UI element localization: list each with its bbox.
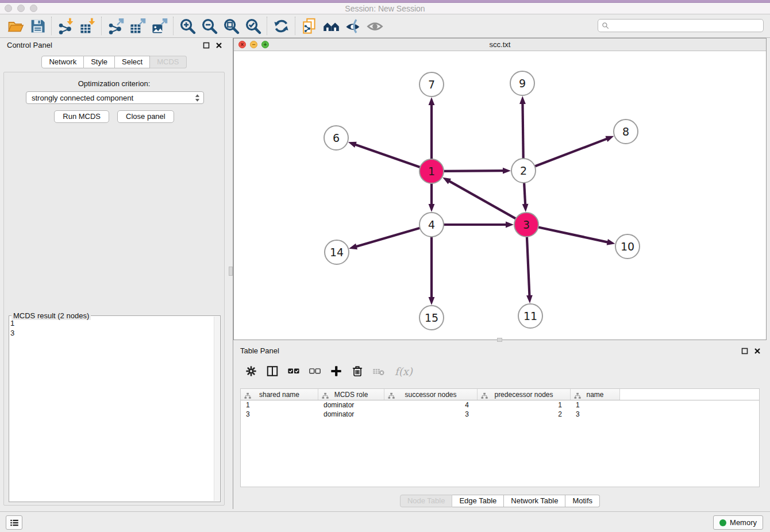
node-label: 4 (428, 218, 435, 231)
cell-name[interactable]: 3 (571, 410, 620, 419)
export-image-icon[interactable] (148, 16, 170, 36)
table-tab-motifs[interactable]: Motifs (565, 495, 600, 507)
edge-3-11[interactable] (527, 236, 530, 296)
table-toolbar: f(x) (240, 358, 413, 384)
zoom-out-icon[interactable] (198, 16, 220, 36)
float-table-panel-icon[interactable] (741, 348, 748, 354)
graph-node-10[interactable]: 10 (615, 234, 640, 259)
delete-column-icon[interactable] (351, 364, 364, 379)
tab-select[interactable]: Select (115, 56, 150, 68)
table-tab-node-table[interactable]: Node Table (400, 495, 453, 507)
column-header-name[interactable]: name (571, 389, 620, 400)
table-row[interactable]: 3dominator323 (241, 410, 759, 419)
float-panel-icon[interactable] (203, 42, 210, 49)
edge-arrow-2-3 (522, 204, 529, 212)
edge-4-14[interactable] (356, 228, 421, 246)
tab-style[interactable]: Style (84, 56, 115, 68)
toolbar-buttons (5, 16, 386, 36)
mcds-result-list[interactable]: 1 3 (10, 318, 213, 500)
graph-node-3[interactable]: 3 (514, 213, 538, 237)
column-header-shared-name[interactable]: shared name (241, 389, 318, 400)
graph-node-1[interactable]: 1 (419, 159, 444, 183)
import-network-icon[interactable] (55, 16, 76, 36)
cell-shared-name[interactable]: 3 (241, 410, 318, 419)
first-neighbors-icon[interactable] (320, 16, 342, 36)
zoom-in-icon[interactable] (176, 16, 198, 36)
export-network-icon[interactable] (105, 16, 126, 36)
search-icon (602, 22, 609, 29)
edge-arrow-2-9 (519, 96, 526, 104)
tab-mcds[interactable]: MCDS (150, 56, 186, 68)
zoom-fit-icon[interactable] (220, 16, 242, 36)
column-header-successor-nodes[interactable]: successor nodes (384, 389, 478, 400)
graph-node-8[interactable]: 8 (614, 119, 638, 144)
edge-1-2[interactable] (442, 171, 504, 171)
network-window-titlebar[interactable]: × – + scc.txt (234, 38, 766, 51)
table-tab-edge-table[interactable]: Edge Table (452, 495, 504, 507)
cell-shared-name[interactable]: 1 (241, 400, 318, 410)
toolbar-separator (295, 17, 295, 35)
column-header-predecessor-nodes[interactable]: predecessor nodes (478, 389, 571, 400)
graph-node-4[interactable]: 4 (419, 213, 444, 237)
search-input[interactable] (611, 21, 760, 30)
cell-mcds-role[interactable]: dominator (318, 410, 384, 419)
graph-node-15[interactable]: 15 (419, 306, 444, 330)
graph-node-7[interactable]: 7 (419, 72, 444, 97)
list-icon (9, 518, 20, 528)
network-canvas[interactable]: 7968124314101511 (234, 51, 766, 340)
search-box[interactable] (598, 19, 764, 32)
graph-node-14[interactable]: 14 (325, 240, 349, 264)
birds-eye-view-icon[interactable] (364, 16, 386, 36)
table-tabbar: Node TableEdge TableNetwork TableMotifs (233, 495, 767, 507)
result-scrollbar[interactable] (214, 317, 220, 501)
delete-table-icon (372, 364, 385, 379)
deselect-all-rows-icon[interactable] (309, 364, 321, 379)
cell-predecessor-nodes[interactable]: 1 (478, 400, 571, 410)
graph-node-2[interactable]: 2 (511, 159, 536, 183)
edge-arrow-1-4 (429, 204, 435, 212)
edge-3-10[interactable] (537, 227, 609, 242)
export-table-icon[interactable] (126, 16, 148, 36)
add-column-icon[interactable] (330, 364, 342, 379)
column-header-mcds-role[interactable]: MCDS role (318, 389, 384, 400)
network-graph[interactable]: 7968124314101511 (234, 51, 766, 340)
split-panel-icon[interactable] (266, 364, 279, 379)
cell-predecessor-nodes[interactable]: 2 (478, 410, 571, 419)
criterion-select[interactable]: strongly connected component (26, 91, 204, 104)
graph-node-9[interactable]: 9 (510, 71, 534, 95)
zoom-selected-icon[interactable] (242, 16, 264, 36)
edge-2-9[interactable] (522, 103, 523, 160)
save-session-icon[interactable] (26, 16, 48, 36)
graphics-details-icon[interactable] (342, 16, 364, 36)
memory-button[interactable]: Memory (713, 515, 763, 530)
edge-3-1[interactable] (449, 181, 517, 219)
run-mcds-button[interactable]: Run MCDS (54, 110, 109, 123)
close-table-panel-icon[interactable] (754, 348, 761, 354)
panel-splitter[interactable] (228, 38, 233, 509)
close-panel-icon[interactable] (215, 42, 222, 49)
close-panel-button[interactable]: Close panel (117, 110, 174, 123)
open-file-icon[interactable] (5, 16, 26, 36)
cell-successor-nodes[interactable]: 4 (384, 400, 478, 410)
splitter-handle[interactable] (229, 267, 233, 276)
edge-2-3[interactable] (524, 182, 525, 205)
table-settings-icon[interactable] (245, 364, 257, 379)
tab-network[interactable]: Network (41, 56, 84, 68)
apply-layout-icon[interactable] (270, 16, 292, 36)
mcds-result-box: MCDS result (2 nodes) 1 3 (9, 315, 221, 502)
task-history-button[interactable] (6, 515, 22, 530)
clone-network-icon[interactable] (298, 16, 320, 36)
node-label: 15 (425, 311, 438, 324)
graph-node-11[interactable]: 11 (518, 304, 542, 328)
import-table-icon[interactable] (76, 16, 98, 36)
cell-successor-nodes[interactable]: 3 (384, 410, 478, 419)
table-row[interactable]: 1dominator411 (241, 400, 759, 410)
select-all-rows-icon[interactable] (287, 364, 300, 379)
table-tab-network-table[interactable]: Network Table (504, 495, 565, 507)
edge-1-6[interactable] (355, 144, 421, 168)
node-table: shared nameMCDS rolesuccessor nodesprede… (240, 388, 760, 487)
graph-node-6[interactable]: 6 (324, 126, 348, 150)
edge-arrow-4-15 (429, 297, 435, 305)
edge-2-8[interactable] (534, 138, 607, 167)
network-resize-handle[interactable] (497, 338, 502, 342)
